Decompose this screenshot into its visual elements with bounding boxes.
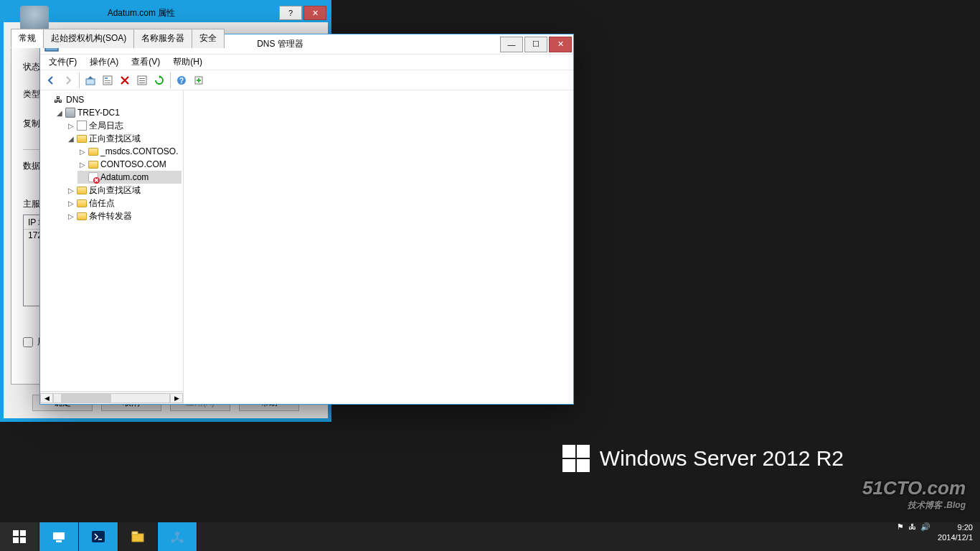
back-button[interactable] [43, 72, 59, 88]
forward-button[interactable] [60, 72, 76, 88]
properties-button[interactable] [100, 72, 116, 88]
taskbar-dns-manager[interactable] [158, 522, 197, 551]
svg-point-25 [175, 532, 179, 536]
menu-action[interactable]: 操作(A) [84, 55, 124, 70]
windows-logo-icon [562, 445, 590, 472]
details-button[interactable] [134, 72, 150, 88]
dns-tree-pane: ▸ 🖧 DNS ◢ TREY-DC1 [40, 90, 184, 404]
svg-rect-16 [20, 530, 26, 536]
tree-node-server[interactable]: ◢ TREY-DC1 [55, 106, 182, 119]
tab-general[interactable]: 常规 [11, 29, 44, 48]
menu-help[interactable]: 帮助(H) [167, 55, 208, 70]
svg-rect-26 [176, 536, 178, 539]
tree-node-zone-adatum[interactable]: ▷ Adatum.com [77, 171, 182, 184]
export-button[interactable] [191, 72, 207, 88]
svg-rect-10 [139, 80, 145, 81]
scroll-left-icon[interactable]: ◀ [40, 393, 53, 403]
svg-rect-17 [13, 537, 19, 543]
tree-node-zone-contoso[interactable]: ▷ CONTOSO.COM [77, 158, 182, 171]
props-titlebar[interactable]: Adatum.com 属性 ? ✕ [4, 4, 328, 22]
svg-rect-15 [13, 530, 19, 536]
dns-icon: 🖧 [54, 95, 64, 105]
maximize-button[interactable]: ☐ [524, 37, 547, 52]
scroll-thumb[interactable] [61, 394, 111, 402]
svg-text:?: ? [179, 77, 184, 85]
svg-rect-23 [132, 534, 143, 542]
tab-name-servers[interactable]: 名称服务器 [133, 29, 192, 48]
tree-node-zone-msdcs[interactable]: ▷ _msdcs.CONTOSO. [77, 145, 182, 158]
close-button[interactable]: ✕ [549, 37, 572, 52]
taskbar: ⚑ 🖧 🔊 9:20 2014/12/1 [0, 522, 980, 551]
folder-icon [77, 212, 87, 220]
log-icon [77, 121, 87, 131]
menu-view[interactable]: 查看(V) [126, 55, 166, 70]
system-tray[interactable]: ⚑ 🖧 🔊 9:20 2014/12/1 [897, 522, 980, 551]
svg-rect-24 [132, 532, 138, 534]
dns-detail-pane [184, 90, 573, 404]
tree-node-dns-root[interactable]: ▸ 🖧 DNS [43, 93, 182, 106]
taskbar-explorer[interactable] [118, 522, 158, 551]
up-button[interactable] [83, 72, 98, 88]
svg-rect-11 [139, 83, 145, 83]
use-local-list-checkbox[interactable] [23, 337, 33, 347]
folder-icon [77, 199, 87, 207]
tree-node-global-log[interactable]: ▷ 全局日志 [66, 119, 182, 132]
dns-menubar: 文件(F) 操作(A) 查看(V) 帮助(H) [40, 55, 573, 70]
dns-toolbar: ? [40, 70, 573, 90]
folder-icon [77, 187, 87, 194]
svg-rect-20 [56, 540, 62, 542]
svg-rect-3 [86, 79, 95, 85]
folder-open-icon [77, 135, 87, 143]
tab-security[interactable]: 安全 [192, 29, 225, 48]
sound-icon[interactable]: 🔊 [920, 522, 930, 551]
minimize-button[interactable]: — [500, 37, 523, 52]
scroll-right-icon[interactable]: ▶ [170, 393, 183, 403]
props-close-button[interactable]: ✕ [303, 6, 326, 20]
svg-rect-6 [105, 80, 110, 81]
svg-rect-5 [105, 77, 108, 79]
tree-node-conditional-forwarders[interactable]: ▷ 条件转发器 [66, 209, 182, 222]
svg-rect-18 [20, 537, 26, 543]
refresh-button[interactable] [151, 72, 167, 88]
folder-icon [88, 148, 98, 156]
help-button[interactable]: ? [174, 72, 189, 88]
network-icon[interactable]: 🖧 [908, 522, 916, 551]
tree-hscrollbar[interactable]: ◀ ▶ [40, 391, 183, 404]
svg-rect-7 [105, 83, 110, 83]
menu-file[interactable]: 文件(F) [43, 55, 83, 70]
svg-rect-19 [53, 532, 65, 540]
folder-icon [88, 161, 98, 169]
watermark: 51CTO.com 技术博客 .Blog [862, 477, 966, 512]
flag-icon[interactable]: ⚑ [897, 522, 904, 551]
server-icon [65, 108, 75, 118]
delete-button[interactable] [117, 72, 133, 88]
dns-tree[interactable]: ▸ 🖧 DNS ◢ TREY-DC1 [40, 90, 183, 391]
taskbar-powershell[interactable] [79, 522, 118, 551]
clock[interactable]: 9:20 2014/12/1 [938, 522, 973, 551]
tab-soa[interactable]: 起始授权机构(SOA) [43, 29, 134, 48]
context-help-button[interactable]: ? [279, 6, 302, 20]
start-button[interactable] [0, 522, 39, 551]
taskbar-server-manager[interactable] [39, 522, 79, 551]
svg-rect-9 [139, 78, 145, 79]
tree-node-forward-zones[interactable]: ◢ 正向查找区域 [66, 132, 182, 145]
svg-rect-22 [98, 539, 102, 540]
os-branding: Windows Server 2012 R2 [562, 445, 844, 472]
tree-node-trust-points[interactable]: ▷ 信任点 [66, 197, 182, 209]
dns-manager-window: DNS 管理器 — ☐ ✕ 文件(F) 操作(A) 查看(V) 帮助(H) ? … [39, 34, 574, 405]
tree-node-reverse-zones[interactable]: ▷ 反向查找区域 [66, 184, 182, 197]
zone-error-icon [88, 172, 98, 182]
